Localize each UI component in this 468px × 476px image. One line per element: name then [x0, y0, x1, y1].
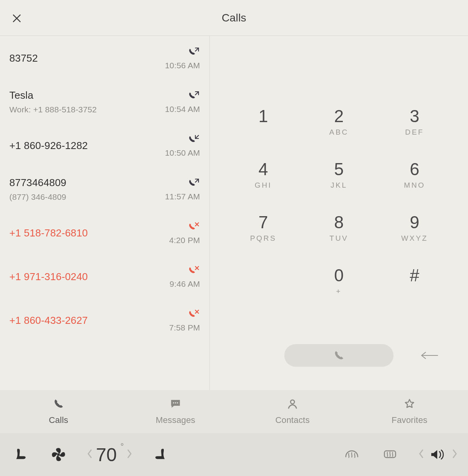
chevron-right-icon — [452, 449, 458, 458]
dialpad-key-8[interactable]: 8 TUV — [302, 214, 376, 243]
dialpad-key-5[interactable]: 5 JKL — [302, 161, 376, 190]
call-name: +1 860-433-2627 — [9, 315, 88, 326]
dialpad-digit: 4 — [259, 161, 268, 178]
defrost-front-icon — [344, 446, 360, 463]
dialpad-key-hash[interactable]: # — [378, 267, 452, 296]
seat-icon — [152, 446, 169, 463]
tab-messages[interactable]: Messages — [156, 398, 195, 425]
dial-call-button[interactable] — [284, 344, 394, 367]
svg-point-2 — [177, 402, 178, 403]
tab-label: Favorites — [392, 415, 427, 425]
dialpad-key-blank — [226, 267, 300, 296]
dialpad-key-7[interactable]: 7 PQRS — [226, 214, 300, 243]
dialpad-digit: 9 — [410, 214, 420, 231]
svg-point-3 — [291, 400, 294, 404]
fan-button[interactable] — [48, 445, 69, 464]
dialpad-letters: WXYZ — [401, 234, 428, 243]
dialpad-key-0[interactable]: 0 + — [302, 267, 376, 296]
call-time: 7:58 PM — [169, 323, 200, 332]
close-icon — [12, 13, 22, 23]
call-name: Tesla — [9, 90, 97, 101]
contacts-icon — [286, 398, 299, 411]
phone-app-tabs: Calls Messages Contacts Favorites — [0, 390, 468, 433]
call-subtitle: Work: +1 888-518-3752 — [9, 105, 97, 114]
call-time: 11:57 AM — [165, 192, 200, 201]
call-row[interactable]: +1 860-926-1282 10:50 AM — [0, 126, 209, 169]
temperature-control[interactable]: 70 — [87, 444, 133, 465]
missed-call-icon — [187, 222, 200, 232]
vehicle-dock: 70 — [0, 433, 468, 476]
seat-right-button[interactable] — [151, 445, 171, 464]
tab-label: Calls — [49, 415, 68, 425]
dialpad-key-1[interactable]: 1 — [226, 108, 300, 137]
dialpad-key-4[interactable]: 4 GHI — [226, 161, 300, 190]
close-button[interactable] — [10, 12, 23, 25]
chevron-left-icon — [87, 449, 93, 458]
backspace-button[interactable] — [417, 348, 441, 363]
call-row[interactable]: 8773464809 (877) 346-4809 11:57 AM — [0, 169, 209, 213]
fan-icon — [50, 446, 67, 463]
call-row[interactable]: Tesla Work: +1 888-518-3752 10:54 AM — [0, 82, 209, 126]
call-name: 8773464809 — [9, 178, 66, 188]
chevron-right-icon — [126, 449, 133, 458]
call-history-list[interactable]: 83752 10:56 AM Tesla Work: +1 888-518-37… — [0, 36, 210, 390]
call-name: +1 518-782-6810 — [9, 228, 88, 238]
outgoing-call-icon — [187, 91, 200, 101]
defrost-front-button[interactable] — [342, 445, 362, 464]
dialpad-letters: ABC — [329, 128, 348, 137]
temp-up-button[interactable] — [126, 449, 133, 460]
speaker-icon — [430, 446, 446, 463]
call-row[interactable]: +1 518-782-6810 4:20 PM — [0, 213, 209, 257]
call-name: 83752 — [9, 53, 38, 64]
chevron-left-icon — [418, 449, 424, 458]
phone-icon — [52, 398, 65, 411]
call-time: 10:54 AM — [165, 105, 200, 114]
dialpad-letters: MNO — [404, 181, 425, 190]
svg-point-1 — [175, 402, 176, 403]
call-row[interactable]: +1 860-433-2627 7:58 PM — [0, 300, 209, 344]
dialpad-digit: 1 — [259, 108, 268, 125]
volume-up-button[interactable] — [452, 449, 458, 460]
message-icon — [169, 398, 182, 411]
missed-call-icon — [187, 309, 200, 319]
outgoing-call-icon — [187, 178, 200, 188]
seat-left-button[interactable] — [10, 445, 30, 464]
outgoing-call-icon — [187, 47, 200, 57]
tab-favorites[interactable]: Favorites — [392, 398, 427, 425]
missed-call-icon — [187, 265, 200, 275]
dialpad-pane: 1 2 ABC 3 DEF 4 GHI 5 JKL 6 MNO 7 PQRS 8… — [210, 36, 468, 390]
dialpad-letters: GHI — [255, 181, 272, 190]
call-row[interactable]: 83752 10:56 AM — [0, 38, 209, 82]
main-area: 83752 10:56 AM Tesla Work: +1 888-518-37… — [0, 36, 468, 390]
dialpad-letters: TUV — [330, 234, 348, 243]
incoming-call-icon — [187, 134, 200, 144]
dialpad-digit: 7 — [259, 214, 268, 231]
dialpad-key-2[interactable]: 2 ABC — [302, 108, 376, 137]
call-time: 10:56 AM — [165, 61, 200, 70]
call-time: 9:46 AM — [170, 279, 200, 289]
dialpad-keys: 1 2 ABC 3 DEF 4 GHI 5 JKL 6 MNO 7 PQRS 8… — [225, 108, 452, 296]
dialpad-key-9[interactable]: 9 WXYZ — [378, 214, 452, 243]
defrost-rear-button[interactable] — [380, 445, 400, 464]
volume-control[interactable] — [418, 445, 458, 464]
call-row[interactable]: +1 971-316-0240 9:46 AM — [0, 257, 209, 300]
dialpad-key-6[interactable]: 6 MNO — [378, 161, 452, 190]
page-title: Calls — [222, 12, 246, 24]
dialpad-digit: 3 — [410, 108, 420, 125]
dialpad-letters: + — [336, 287, 342, 296]
star-icon — [403, 398, 416, 411]
tab-calls[interactable]: Calls — [49, 398, 68, 425]
temp-down-button[interactable] — [87, 449, 93, 460]
dialpad-letters: JKL — [331, 181, 347, 190]
defrost-rear-icon — [382, 446, 398, 463]
call-time: 4:20 PM — [169, 236, 200, 245]
header-bar: Calls — [0, 0, 468, 36]
dialpad-digit: 6 — [410, 161, 420, 178]
dialpad-key-3[interactable]: 3 DEF — [378, 108, 452, 137]
volume-down-button[interactable] — [418, 449, 424, 460]
dialpad-digit: # — [410, 267, 420, 284]
tab-contacts[interactable]: Contacts — [275, 398, 310, 425]
dialpad-digit: 8 — [334, 214, 344, 231]
call-name: +1 971-316-0240 — [9, 272, 88, 282]
call-time: 10:50 AM — [165, 148, 200, 158]
